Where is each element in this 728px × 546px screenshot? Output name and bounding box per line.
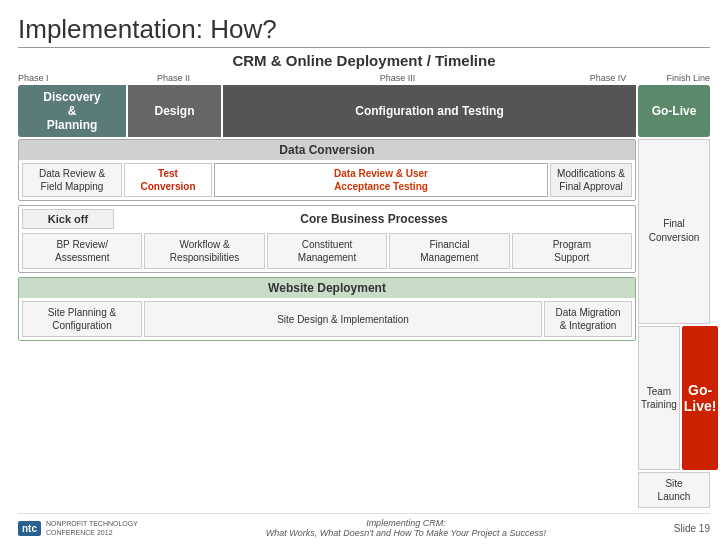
phase-header-row: Discovery & Planning Design Configuratio… [18,85,636,137]
title-underline [18,47,710,48]
phase-design-box: Design [128,85,221,137]
footer-logo: ntc NONPROFIT TECHNOLOGY CONFERENCE 2012 [18,519,138,537]
field-mapping-cell: Data Review & Field Mapping [22,163,122,197]
core-business-section: Kick off Core Business Processes BP Revi… [18,205,636,273]
website-row: Site Planning & Configuration Site Desig… [19,298,635,340]
data-review-uat-cell: Data Review & User Acceptance Testing [214,163,548,197]
slide-title: Implementation: How? [18,14,710,45]
left-section: Discovery & Planning Design Configuratio… [18,85,636,508]
phase-config-box: Configuration and Testing [223,85,636,137]
phase-label-4: Phase IV [574,73,642,83]
phase-golive-box: Go-Live [638,85,710,137]
org-line2: CONFERENCE 2012 [46,528,138,537]
workflow-cell: Workflow & Responsibilities [144,233,264,269]
phase-label-2: Phase II [126,73,221,83]
team-golive-row: Team Training Go- Live! [638,326,710,470]
team-training-cell: Team Training [638,326,680,470]
website-deployment-header: Website Deployment [19,278,635,298]
phase-config-label: Configuration and Testing [355,104,503,118]
go-live-cell: Go- Live! [682,326,719,470]
footer-center: Implementing CRM: What Works, What Doesn… [266,518,546,538]
cbp-items-row: BP Review/ Assessment Workflow & Respons… [19,231,635,272]
phase-label-5: Finish Line [642,73,710,83]
subtitle: CRM & Online Deployment / Timeline [18,52,710,69]
footer-center-line1: Implementing CRM: [266,518,546,528]
financial-cell: Financial Management [389,233,509,269]
site-planning-cell: Site Planning & Configuration [22,301,142,337]
final-conversion-cell: Final Conversion [638,139,710,324]
bp-review-cell: BP Review/ Assessment [22,233,142,269]
cbp-header: Core Business Processes [116,209,632,229]
org-text: NONPROFIT TECHNOLOGY CONFERENCE 2012 [46,519,138,537]
org-line1: NONPROFIT TECHNOLOGY [46,519,138,528]
data-migration-cell: Data Migration & Integration [544,301,632,337]
kickoff-cell: Kick off [22,209,114,229]
constituent-cell: Constituent Management [267,233,387,269]
phase-label-3: Phase III [221,73,574,83]
site-design-cell: Site Design & Implementation [144,301,542,337]
phase-discovery-label: Discovery & Planning [43,90,100,132]
phase-discovery-box: Discovery & Planning [18,85,126,137]
modifications-cell: Modifications & Final Approval [550,163,632,197]
footer: ntc NONPROFIT TECHNOLOGY CONFERENCE 2012… [18,513,710,538]
data-conversion-row: Data Review & Field Mapping Test Convers… [19,160,635,200]
phase-design-label: Design [154,104,194,118]
phase-labels-row: Phase I Phase II Phase III Phase IV Fini… [18,73,710,83]
data-conversion-header: Data Conversion [19,140,635,160]
test-conversion-cell: Test Conversion [124,163,212,197]
main-grid: Discovery & Planning Design Configuratio… [18,85,710,508]
slide-number: Slide 19 [674,523,710,534]
website-deployment-section: Website Deployment Site Planning & Confi… [18,277,636,341]
footer-center-line2: What Works, What Doesn't and How To Make… [266,528,546,538]
phase-label-1: Phase I [18,73,126,83]
cbp-kickoff-row: Kick off Core Business Processes [19,206,635,231]
data-conversion-section: Data Conversion Data Review & Field Mapp… [18,139,636,201]
slide: Implementation: How? CRM & Online Deploy… [0,0,728,546]
program-cell: Program Support [512,233,632,269]
site-launch-cell: Site Launch [638,472,710,508]
right-section: Go-Live Final Conversion Team Training G… [638,85,710,508]
logo-box: ntc [18,521,41,536]
